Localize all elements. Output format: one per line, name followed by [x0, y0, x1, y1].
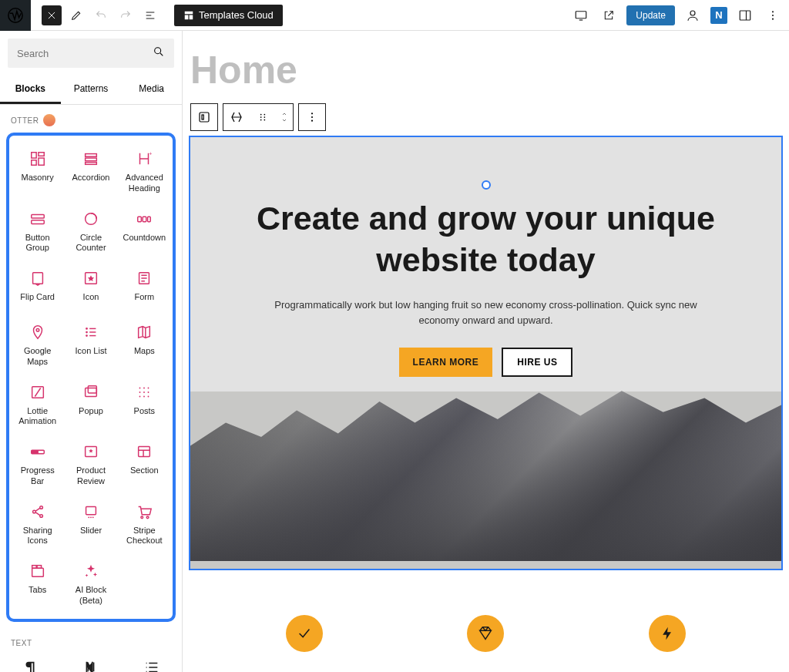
templates-cloud-button[interactable]: Templates Cloud — [174, 5, 283, 26]
progress-bar-icon — [29, 442, 47, 461]
inserter-scroll[interactable]: OTTER MasonryAccordion+Advanced HeadingB… — [0, 105, 182, 672]
tab-blocks[interactable]: Blocks — [0, 76, 61, 104]
block-align-button[interactable] — [223, 104, 250, 130]
block-countdown[interactable]: Countdown — [118, 202, 171, 262]
block-icon-list[interactable]: Icon List — [64, 315, 117, 375]
search-input[interactable] — [17, 48, 153, 59]
block-google-maps[interactable]: Google Maps — [11, 315, 64, 375]
block-circle-counter[interactable]: Circle Counter — [64, 202, 117, 262]
block-more-button[interactable] — [299, 104, 325, 130]
update-button[interactable]: Update — [626, 5, 675, 25]
posts-icon — [135, 383, 153, 402]
feature-diamond-icon[interactable] — [467, 615, 504, 652]
tab-media[interactable]: Media — [121, 76, 182, 104]
flip-card-icon — [29, 269, 47, 287]
svg-text:+: + — [149, 151, 153, 156]
block-stripe-checkout[interactable]: Stripe Checkout — [118, 495, 171, 555]
block-tabs[interactable]: Tabs — [11, 554, 64, 614]
block-drag-handle[interactable] — [250, 104, 276, 130]
svg-rect-48 — [86, 506, 96, 514]
learn-more-button[interactable]: LEARN MORE — [399, 348, 493, 377]
neve-badge-icon[interactable]: N — [710, 7, 727, 24]
block-move-buttons[interactable] — [276, 104, 293, 130]
svg-rect-55 — [32, 566, 36, 569]
svg-point-32 — [139, 387, 141, 388]
block-lottie-animation[interactable]: Lottie Animation — [11, 375, 64, 435]
svg-rect-44 — [139, 447, 150, 457]
maps-icon — [135, 323, 153, 341]
block-flip-card[interactable]: Flip Card — [11, 261, 64, 315]
block-label: Tabs — [29, 585, 46, 596]
block-maps[interactable]: Maps — [118, 315, 171, 375]
block-label: Lottie Animation — [14, 406, 61, 428]
document-overview-button[interactable] — [140, 5, 160, 25]
text-section-text: TEXT — [11, 639, 32, 647]
resize-handle-top[interactable] — [482, 180, 491, 190]
user-icon[interactable] — [683, 5, 703, 25]
close-inserter-button[interactable] — [42, 5, 62, 25]
open-in-new-button[interactable] — [599, 5, 619, 25]
block-paragraph[interactable]: Paragraph — [0, 650, 61, 673]
block-label: Section — [130, 465, 159, 476]
svg-point-51 — [92, 516, 94, 518]
svg-rect-54 — [32, 568, 43, 576]
otter-avatar-icon — [43, 114, 55, 126]
svg-point-37 — [148, 391, 149, 393]
hero-subtext[interactable]: Programmatically work but low hanging fr… — [270, 297, 702, 328]
svg-point-62 — [264, 116, 265, 118]
more-menu-button[interactable] — [763, 5, 783, 25]
block-heading[interactable]: Heading — [61, 650, 122, 673]
hero-buttons: LEARN MORE HIRE US — [399, 348, 573, 377]
svg-rect-12 — [86, 154, 97, 157]
block-list[interactable]: List — [121, 650, 182, 673]
block-popup[interactable]: Popup — [64, 375, 117, 435]
block-type-button[interactable] — [191, 104, 217, 130]
wordpress-logo[interactable] — [0, 0, 31, 31]
block-progress-bar[interactable]: Progress Bar — [11, 435, 64, 495]
view-desktop-button[interactable] — [571, 5, 591, 25]
svg-rect-14 — [86, 163, 97, 165]
svg-rect-8 — [31, 153, 35, 158]
block-ai-block[interactable]: AI Block (Beta) — [64, 554, 117, 614]
block-label: Accordion — [72, 173, 110, 183]
countdown-icon — [135, 210, 153, 228]
block-label: Circle Counter — [67, 233, 114, 254]
block-slider[interactable]: Slider — [64, 495, 117, 555]
block-label: Advanced Heading — [121, 173, 168, 194]
feature-bolt-icon[interactable] — [649, 615, 686, 652]
hire-us-button[interactable]: HIRE US — [502, 348, 572, 377]
block-label: Flip Card — [20, 292, 55, 303]
block-label: Posts — [134, 406, 156, 417]
tab-patterns[interactable]: Patterns — [61, 76, 122, 104]
block-sharing-icons[interactable]: Sharing Icons — [11, 495, 64, 555]
form-icon — [135, 269, 153, 287]
block-label: Icon List — [76, 346, 107, 357]
block-posts[interactable]: Posts — [118, 375, 171, 435]
page-title[interactable]: Home — [183, 31, 789, 103]
block-section[interactable]: Section — [118, 435, 171, 495]
block-label: Icon — [83, 292, 99, 303]
block-button-group[interactable]: Button Group — [11, 202, 64, 262]
feature-check-icon[interactable] — [286, 615, 323, 652]
svg-point-45 — [32, 510, 35, 513]
button-group-icon — [29, 210, 47, 228]
settings-panel-button[interactable] — [735, 5, 755, 25]
undo-button[interactable] — [91, 5, 111, 25]
svg-point-7 — [155, 48, 161, 54]
hero-heading[interactable]: Create and grow your unique website toda… — [213, 198, 758, 281]
block-advanced-heading[interactable]: +Advanced Heading — [118, 142, 171, 202]
edit-mode-button[interactable] — [66, 5, 86, 25]
svg-rect-19 — [138, 217, 142, 221]
block-masonry[interactable]: Masonry — [11, 142, 64, 202]
sharing-icons-icon — [29, 502, 47, 521]
svg-point-5 — [772, 14, 774, 15]
block-product-review[interactable]: Product Review — [64, 435, 117, 495]
block-accordion[interactable]: Accordion — [64, 142, 117, 202]
hero-cover-block[interactable]: Create and grow your unique website toda… — [190, 137, 781, 569]
svg-point-4 — [772, 11, 774, 12]
svg-rect-3 — [740, 11, 750, 20]
block-form[interactable]: Form — [118, 261, 171, 315]
redo-button[interactable] — [116, 5, 136, 25]
search-icon — [153, 45, 165, 61]
block-icon[interactable]: Icon — [64, 261, 117, 315]
